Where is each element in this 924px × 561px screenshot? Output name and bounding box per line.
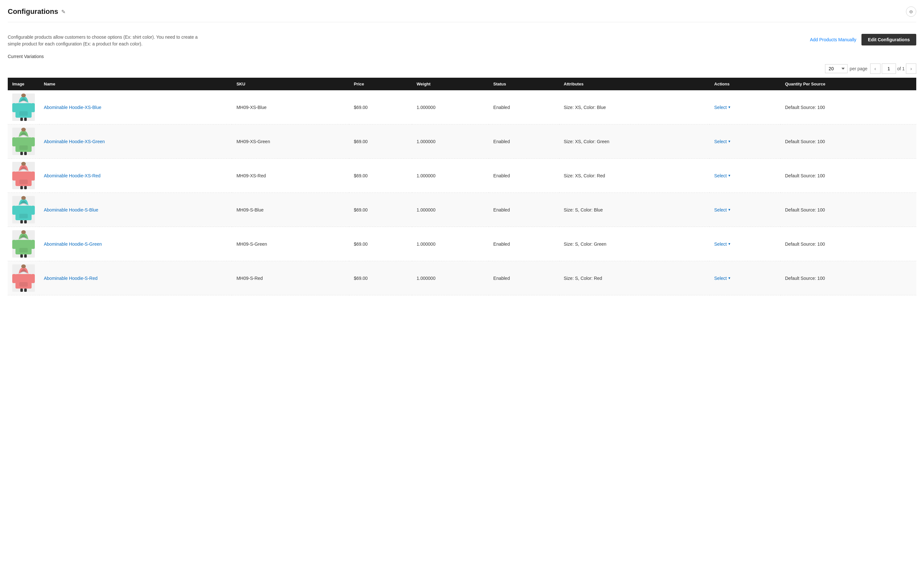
banner-actions: Add Products Manually Edit Configuration… <box>810 34 916 45</box>
product-name-cell: Abominable Hoodie-XS-Green <box>39 124 232 159</box>
svg-point-4 <box>21 93 26 98</box>
product-price-cell: $69.00 <box>349 261 412 296</box>
per-page-select[interactable]: 5 10 20 50 100 <box>825 64 848 73</box>
product-sku-cell: MH09-XS-Blue <box>232 90 349 124</box>
action-select-button[interactable]: Select ▼ <box>714 276 731 281</box>
dropdown-arrow-icon: ▼ <box>728 208 731 212</box>
col-actions: Actions <box>710 78 780 90</box>
product-quantity-cell: Default Source: 100 <box>780 159 916 193</box>
col-weight: Weight <box>412 78 489 90</box>
product-thumbnail <box>12 230 35 258</box>
product-actions-cell: Select ▼ <box>710 159 780 193</box>
next-page-button[interactable]: › <box>906 63 916 74</box>
dropdown-arrow-icon: ▼ <box>728 174 731 177</box>
table-body: Abominable Hoodie-XS-Blue MH09-XS-Blue $… <box>8 90 916 296</box>
product-price-cell: $69.00 <box>349 227 412 261</box>
info-text: Configurable products allow customers to… <box>8 34 201 47</box>
svg-rect-23 <box>31 206 35 215</box>
product-status-cell: Enabled <box>489 124 559 159</box>
product-name-link[interactable]: Abominable Hoodie-S-Green <box>44 242 102 247</box>
product-name-link[interactable]: Abominable Hoodie-XS-Blue <box>44 105 101 110</box>
product-name-cell: Abominable Hoodie-S-Green <box>39 227 232 261</box>
svg-rect-41 <box>24 288 27 292</box>
product-weight-cell: 1.000000 <box>412 193 489 227</box>
product-image-cell <box>8 159 39 193</box>
table-row: Abominable Hoodie-XS-Red MH09-XS-Red $69… <box>8 159 916 193</box>
configurations-table: Image Name SKU Price Weight Status Attri… <box>8 78 916 296</box>
product-actions-cell: Select ▼ <box>710 193 780 227</box>
product-name-link[interactable]: Abominable Hoodie-S-Blue <box>44 207 98 213</box>
action-select-button[interactable]: Select ▼ <box>714 207 731 213</box>
product-name-link[interactable]: Abominable Hoodie-S-Red <box>44 276 98 281</box>
svg-rect-27 <box>24 220 27 224</box>
product-attributes-cell: Size: XS, Color: Green <box>560 124 710 159</box>
svg-rect-19 <box>20 186 23 189</box>
page-number-input[interactable] <box>882 63 896 74</box>
product-quantity-cell: Default Source: 100 <box>780 227 916 261</box>
action-select-button[interactable]: Select ▼ <box>714 139 731 144</box>
product-sku-cell: MH09-XS-Red <box>232 159 349 193</box>
select-label: Select <box>714 207 727 213</box>
collapse-icon: ⊖ <box>909 9 913 14</box>
product-quantity-cell: Default Source: 100 <box>780 90 916 124</box>
product-thumbnail <box>12 128 35 155</box>
product-status-cell: Enabled <box>489 193 559 227</box>
product-status-cell: Enabled <box>489 227 559 261</box>
col-status: Status <box>489 78 559 90</box>
table-row: Abominable Hoodie-XS-Green MH09-XS-Green… <box>8 124 916 159</box>
product-weight-cell: 1.000000 <box>412 124 489 159</box>
product-sku-cell: MH09-S-Green <box>232 227 349 261</box>
product-actions-cell: Select ▼ <box>710 261 780 296</box>
select-label: Select <box>714 139 727 144</box>
svg-rect-37 <box>31 274 35 283</box>
of-label: of 1 <box>897 66 904 71</box>
page-header: Configurations ✎ ⊖ <box>8 6 916 22</box>
dropdown-arrow-icon: ▼ <box>728 242 731 246</box>
dropdown-arrow-icon: ▼ <box>728 276 731 280</box>
edit-configurations-button[interactable]: Edit Configurations <box>861 34 916 45</box>
product-weight-cell: 1.000000 <box>412 159 489 193</box>
product-attributes-cell: Size: S, Color: Blue <box>560 193 710 227</box>
svg-rect-40 <box>20 288 23 292</box>
col-attributes: Attributes <box>560 78 710 90</box>
product-sku-cell: MH09-XS-Green <box>232 124 349 159</box>
col-sku: SKU <box>232 78 349 90</box>
action-select-button[interactable]: Select ▼ <box>714 242 731 247</box>
prev-page-button[interactable]: ‹ <box>870 63 880 74</box>
svg-rect-15 <box>12 171 16 180</box>
product-name-cell: Abominable Hoodie-XS-Blue <box>39 90 232 124</box>
product-actions-cell: Select ▼ <box>710 124 780 159</box>
edit-title-icon[interactable]: ✎ <box>61 9 66 15</box>
collapse-button[interactable]: ⊖ <box>906 6 916 17</box>
svg-rect-16 <box>31 171 35 180</box>
svg-rect-6 <box>24 118 27 121</box>
action-select-button[interactable]: Select ▼ <box>714 173 731 178</box>
select-label: Select <box>714 173 727 178</box>
svg-rect-10 <box>20 146 28 150</box>
product-quantity-cell: Default Source: 100 <box>780 193 916 227</box>
product-name-link[interactable]: Abominable Hoodie-XS-Green <box>44 139 105 144</box>
product-quantity-cell: Default Source: 100 <box>780 124 916 159</box>
svg-rect-34 <box>24 254 27 258</box>
select-label: Select <box>714 105 727 110</box>
svg-rect-36 <box>12 274 16 283</box>
header-left: Configurations ✎ <box>8 8 66 16</box>
product-thumbnail <box>12 93 35 121</box>
dropdown-arrow-icon: ▼ <box>728 140 731 143</box>
svg-rect-5 <box>20 118 23 121</box>
svg-point-25 <box>21 196 26 200</box>
product-status-cell: Enabled <box>489 159 559 193</box>
table-row: Abominable Hoodie-S-Blue MH09-S-Blue $69… <box>8 193 916 227</box>
product-sku-cell: MH09-S-Red <box>232 261 349 296</box>
product-name-link[interactable]: Abominable Hoodie-XS-Red <box>44 173 100 178</box>
svg-rect-20 <box>24 186 27 189</box>
svg-rect-31 <box>20 248 28 252</box>
product-attributes-cell: Size: XS, Color: Red <box>560 159 710 193</box>
table-controls: 5 10 20 50 100 per page ‹ of 1 › <box>8 63 916 74</box>
action-select-button[interactable]: Select ▼ <box>714 105 731 110</box>
add-products-manually-link[interactable]: Add Products Manually <box>810 37 856 42</box>
svg-rect-24 <box>20 214 28 218</box>
dropdown-arrow-icon: ▼ <box>728 105 731 109</box>
product-attributes-cell: Size: S, Color: Green <box>560 227 710 261</box>
product-thumbnail <box>12 264 35 292</box>
